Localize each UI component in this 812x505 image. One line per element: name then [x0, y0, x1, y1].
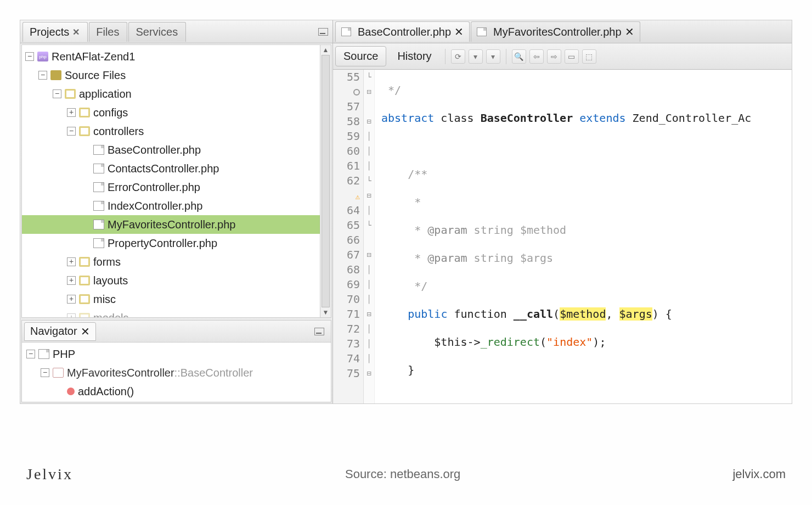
collapse-icon[interactable]: −: [67, 127, 76, 136]
close-icon[interactable]: ✕: [625, 25, 634, 38]
collapse-icon[interactable]: −: [25, 52, 34, 61]
editor-tabstrip: BaseController.php✕ MyFavoritesControlle…: [333, 20, 792, 43]
nav-root[interactable]: −PHP: [24, 345, 329, 363]
expand-icon[interactable]: +: [67, 257, 76, 266]
php-file-icon: [93, 164, 104, 173]
warning-icon[interactable]: ⚠: [356, 192, 360, 201]
php-file-icon: [93, 145, 104, 155]
expand-icon[interactable]: +: [67, 276, 76, 285]
history-button[interactable]: History: [390, 47, 439, 66]
tree-file-selected[interactable]: MyFavoritesController.php: [22, 215, 331, 234]
tree-label: forms: [93, 256, 121, 268]
tree-root[interactable]: −phpRentAFlat-Zend1: [22, 47, 331, 66]
tree-file[interactable]: ErrorController.php: [22, 178, 331, 197]
jelvix-logo: Jelvix: [26, 465, 73, 483]
collapse-icon[interactable]: −: [41, 368, 49, 377]
tree-label: MyFavoritesController.php: [108, 218, 235, 231]
tree-application[interactable]: −application: [22, 85, 331, 103]
tree-label: misc: [93, 293, 116, 306]
folder-open-icon: [65, 89, 76, 99]
tree-label: layouts: [93, 274, 128, 287]
close-icon[interactable]: ✕: [81, 325, 90, 338]
minimize-icon[interactable]: [314, 328, 324, 335]
editor-tab[interactable]: MyFavoritesController.php✕: [471, 21, 640, 42]
scroll-down-icon[interactable]: ▼: [320, 307, 331, 317]
footer: Jelvix Source: netbeans.org jelvix.com: [0, 444, 812, 505]
forward-icon[interactable]: ▾: [486, 49, 500, 64]
php-file-icon: [93, 182, 104, 192]
tree-file[interactable]: PropertyController.php: [22, 234, 331, 252]
scroll-thumb[interactable]: [322, 55, 330, 307]
tree-models[interactable]: +models: [22, 308, 331, 317]
tree-configs[interactable]: +configs: [22, 103, 331, 122]
scrollbar[interactable]: ▲ ▼: [320, 45, 331, 317]
code-editor[interactable]: 55 57 58 59 60 61 62 ⚠ 64 65 66 67 68 69…: [333, 70, 792, 403]
tree-label: Source Files: [65, 69, 126, 82]
close-icon[interactable]: ✕: [454, 25, 464, 38]
nav-method[interactable]: addAction(): [24, 382, 329, 401]
next-icon[interactable]: ⇨: [547, 49, 561, 64]
folder-icon: [79, 294, 90, 304]
nav-class-label: MyFavoritesController::BaseController: [67, 367, 253, 379]
projects-tabstrip: Projects✕ Files Services: [20, 20, 332, 43]
folder-icon: [79, 257, 90, 267]
scroll-up-icon[interactable]: ▲: [320, 45, 331, 55]
projects-tree-pane: −phpRentAFlat-Zend1 −Source Files −appli…: [21, 44, 331, 318]
method-icon: [67, 388, 75, 395]
tree-label: application: [79, 88, 132, 100]
editor-toolbar: Source History ⟳ ▾ ▾ 🔍 ⇦ ⇨ ▭ ⬚: [333, 43, 792, 70]
expand-icon[interactable]: +: [67, 295, 76, 304]
tab-files[interactable]: Files: [89, 22, 127, 42]
php-file-icon: [341, 27, 351, 36]
nav-class[interactable]: −MyFavoritesController::BaseController: [24, 363, 329, 382]
refresh-icon[interactable]: ⟳: [451, 49, 465, 64]
search-icon[interactable]: 🔍: [512, 49, 526, 64]
folder-icon: [50, 70, 61, 80]
code-body[interactable]: */ abstract class BaseController extends…: [375, 70, 792, 403]
editor-tab-label: BaseController.php: [358, 26, 451, 38]
source-button[interactable]: Source: [335, 46, 386, 66]
tab-services[interactable]: Services: [128, 22, 186, 42]
tree-controllers[interactable]: −controllers: [22, 122, 331, 141]
collapse-icon[interactable]: −: [38, 71, 47, 80]
class-icon: [53, 368, 64, 378]
php-file-icon: [93, 238, 104, 248]
expand-icon[interactable]: +: [67, 108, 76, 117]
close-icon[interactable]: ✕: [72, 27, 80, 37]
bookmark-icon[interactable]: ▭: [565, 49, 579, 64]
php-file-icon: [477, 27, 487, 36]
php-file-icon: [93, 220, 104, 229]
folder-icon: [79, 313, 90, 317]
line-gutter: 55 57 58 59 60 61 62 ⚠ 64 65 66 67 68 69…: [333, 70, 364, 403]
nav-label: addAction(): [78, 385, 134, 398]
tab-projects-label: Projects: [30, 26, 69, 38]
tree-layouts[interactable]: +layouts: [22, 271, 331, 290]
prev-icon[interactable]: ⇦: [529, 49, 544, 64]
tree-file[interactable]: IndexController.php: [22, 197, 331, 215]
tree-misc[interactable]: +misc: [22, 290, 331, 308]
tab-navigator[interactable]: Navigator✕: [24, 322, 96, 341]
collapse-icon[interactable]: −: [26, 350, 35, 358]
tree-forms[interactable]: +forms: [22, 252, 331, 271]
tree-label: IndexController.php: [108, 200, 202, 212]
collapse-icon[interactable]: −: [53, 89, 61, 98]
expand-icon[interactable]: +: [67, 313, 76, 317]
tree-label: PropertyController.php: [108, 237, 217, 250]
projects-tree: −phpRentAFlat-Zend1 −Source Files −appli…: [22, 45, 331, 317]
folder-icon: [79, 276, 90, 285]
tree-source-files[interactable]: −Source Files: [22, 66, 331, 85]
back-icon[interactable]: ▾: [469, 49, 483, 64]
editor-tab-active[interactable]: BaseController.php✕: [335, 21, 470, 42]
fold-column: └⊟⊟ │││└ ⊟│└ ⊟│││ ⊟│││⊟: [364, 70, 375, 403]
navigator-title: Navigator: [30, 325, 77, 338]
tree-file[interactable]: ContactsController.php: [22, 159, 331, 178]
minimize-icon[interactable]: [318, 28, 328, 36]
folder-icon: [79, 108, 90, 117]
tab-projects[interactable]: Projects✕: [22, 22, 88, 42]
php-file-icon: [38, 349, 49, 359]
tree-label: controllers: [93, 125, 144, 138]
tree-label: ErrorController.php: [108, 181, 200, 194]
tree-file[interactable]: BaseController.php: [22, 141, 331, 159]
select-icon[interactable]: ⬚: [582, 49, 596, 64]
breakpoint-icon[interactable]: [353, 89, 360, 96]
